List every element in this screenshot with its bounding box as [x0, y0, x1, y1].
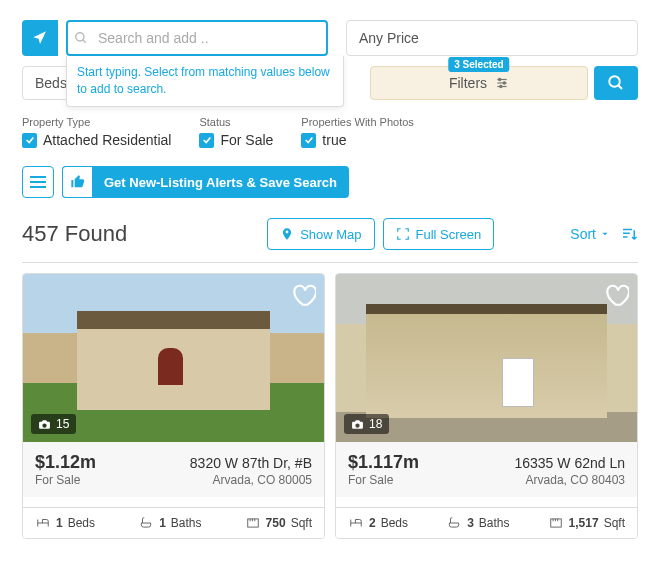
listing-address-line1: 16335 W 62nd Ln: [514, 455, 625, 471]
svg-line-9: [618, 85, 622, 89]
checkbox-photos[interactable]: [301, 133, 316, 148]
svg-point-0: [76, 33, 84, 41]
svg-line-1: [83, 40, 86, 43]
listing-address-line2: Arvada, CO 80005: [213, 473, 312, 487]
camera-icon: [38, 418, 51, 431]
filter-value-status: For Sale: [220, 132, 273, 148]
checkbox-property-type[interactable]: [22, 133, 37, 148]
photo-count-value: 18: [369, 417, 382, 431]
camera-icon: [351, 418, 364, 431]
fullscreen-icon: [396, 227, 410, 241]
checkbox-status[interactable]: [199, 133, 214, 148]
save-search-label: Get New-Listing Alerts & Save Search: [92, 175, 349, 190]
sliders-icon: [495, 76, 509, 90]
sort-label: Sort: [570, 226, 596, 242]
listing-baths: 1Baths: [138, 516, 201, 530]
photo-count-value: 15: [56, 417, 69, 431]
listing-price: $1.117m: [348, 452, 419, 473]
menu-button[interactable]: [22, 166, 54, 198]
location-arrow-icon: [32, 30, 48, 46]
search-submit-button[interactable]: [594, 66, 638, 100]
listing-beds: 1Beds: [35, 516, 95, 530]
full-screen-button[interactable]: Full Screen: [383, 218, 495, 250]
listing-photo: 15: [23, 274, 324, 442]
show-map-label: Show Map: [300, 227, 361, 242]
photo-count: 15: [31, 414, 76, 434]
thumbs-up-icon: [62, 166, 92, 198]
search-input[interactable]: [66, 20, 328, 56]
bath-icon: [446, 516, 462, 530]
map-pin-icon: [280, 227, 294, 241]
svg-point-8: [609, 76, 620, 87]
listing-baths: 3Baths: [446, 516, 509, 530]
listing-status: For Sale: [348, 473, 393, 487]
ruler-icon: [548, 516, 564, 530]
show-map-button[interactable]: Show Map: [267, 218, 374, 250]
svg-rect-14: [550, 519, 561, 527]
listing-sqft: 750Sqft: [245, 516, 312, 530]
listing-card[interactable]: 15 $1.12m 8320 W 87th Dr, #B For Sale Ar…: [22, 273, 325, 539]
search-hint-dropdown: Start typing. Select from matching value…: [66, 56, 344, 107]
heart-icon: [290, 282, 316, 308]
favorite-button[interactable]: [290, 282, 316, 308]
sort-select[interactable]: Sort: [570, 225, 638, 243]
filters-badge: 3 Selected: [448, 57, 509, 72]
listing-address-line2: Arvada, CO 80403: [526, 473, 625, 487]
locate-button[interactable]: [22, 20, 58, 56]
listing-beds: 2Beds: [348, 516, 408, 530]
listing-sqft: 1,517Sqft: [548, 516, 625, 530]
divider: [22, 262, 638, 263]
ruler-icon: [245, 516, 261, 530]
filter-label-property-type: Property Type: [22, 116, 171, 128]
search-icon: [607, 74, 625, 92]
price-select[interactable]: Any Price: [346, 20, 638, 56]
bed-icon: [348, 516, 364, 530]
favorite-button[interactable]: [603, 282, 629, 308]
full-screen-label: Full Screen: [416, 227, 482, 242]
svg-point-6: [503, 82, 505, 84]
listing-address-line1: 8320 W 87th Dr, #B: [190, 455, 312, 471]
listing-card[interactable]: 18 $1.117m 16335 W 62nd Ln For Sale Arva…: [335, 273, 638, 539]
listing-price: $1.12m: [35, 452, 96, 473]
sort-order-icon[interactable]: [620, 225, 638, 243]
filter-label-photos: Properties With Photos: [301, 116, 414, 128]
search-icon: [74, 31, 88, 45]
photo-count: 18: [344, 414, 389, 434]
svg-point-5: [499, 78, 501, 80]
listing-status: For Sale: [35, 473, 80, 487]
filter-value-property-type: Attached Residential: [43, 132, 171, 148]
heart-icon: [603, 282, 629, 308]
filters-button[interactable]: 3 Selected Filters: [370, 66, 588, 100]
results-count: 457 Found: [22, 221, 127, 247]
caret-down-icon: [600, 229, 610, 239]
bed-icon: [35, 516, 51, 530]
svg-point-7: [500, 85, 502, 87]
svg-rect-13: [247, 519, 258, 527]
bath-icon: [138, 516, 154, 530]
listing-photo: 18: [336, 274, 637, 442]
filters-label: Filters: [449, 75, 487, 91]
filter-value-photos: true: [322, 132, 346, 148]
hamburger-icon: [30, 176, 46, 178]
filter-label-status: Status: [199, 116, 273, 128]
save-search-button[interactable]: Get New-Listing Alerts & Save Search: [62, 166, 349, 198]
